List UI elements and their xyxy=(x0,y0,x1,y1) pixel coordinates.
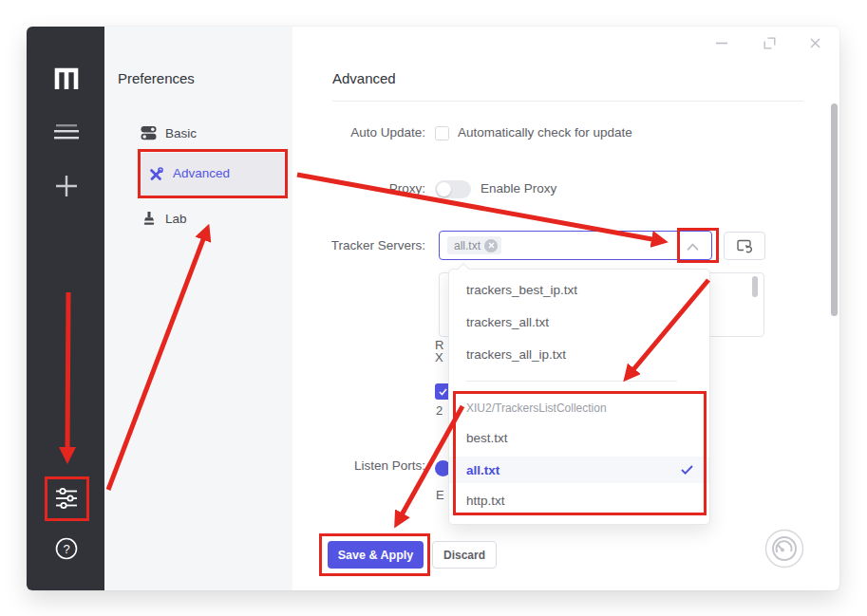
title-divider xyxy=(332,101,803,102)
page-title: Advanced xyxy=(332,70,396,86)
dropdown-option[interactable]: trackers_all.txt xyxy=(466,315,549,329)
auto-update-label: Auto Update: xyxy=(292,125,425,140)
speed-limit-gauge-button[interactable] xyxy=(763,527,806,570)
close-icon xyxy=(810,38,820,48)
save-apply-button[interactable]: Save & Apply xyxy=(328,541,424,569)
tag-label: all.txt xyxy=(454,239,481,252)
save-apply-label: Save & Apply xyxy=(338,549,413,562)
sidebar-item-advanced[interactable]: Advanced xyxy=(139,153,287,196)
tracker-servers-label: Tracker Servers: xyxy=(292,238,425,252)
minimize-icon xyxy=(716,42,727,45)
proxy-label: Proxy: xyxy=(292,181,425,196)
preferences-title: Preferences xyxy=(118,70,195,86)
auto-update-checkbox-label[interactable]: Automatically check for update xyxy=(458,125,632,140)
occluded-text-fragment: 2 xyxy=(436,404,443,417)
svg-text:?: ? xyxy=(63,542,69,556)
check-icon xyxy=(681,465,693,475)
stamp-icon xyxy=(142,211,156,226)
preferences-panel: Preferences Basic Advanced Lab xyxy=(104,27,292,590)
app-window: ? Preferences Basic Advanced xyxy=(27,27,839,590)
tracker-select-dropdown: trackers_best_ip.txt trackers_all.txt tr… xyxy=(448,269,710,525)
dropdown-option[interactable]: trackers_best_ip.txt xyxy=(466,283,577,297)
toggle-knob xyxy=(437,182,451,196)
restore-icon xyxy=(763,37,776,49)
selected-tracker-tag[interactable]: all.txt xyxy=(447,236,501,254)
dropdown-caret xyxy=(457,262,470,275)
discard-label: Discard xyxy=(443,549,485,562)
selected-option-label: all.txt xyxy=(466,463,499,477)
occluded-text-fragment: E xyxy=(436,489,444,501)
occluded-text-fragment: R X xyxy=(435,339,443,364)
dropdown-option-selected[interactable]: all.txt xyxy=(449,457,709,483)
sidebar-item-basic[interactable]: Basic xyxy=(141,121,283,148)
sync-tracker-icon xyxy=(736,239,753,253)
toggles-icon xyxy=(141,125,157,140)
tools-icon xyxy=(148,167,163,182)
maximize-button[interactable] xyxy=(758,31,781,54)
dropdown-option[interactable]: best.txt xyxy=(466,431,508,445)
close-button[interactable] xyxy=(803,31,826,54)
discard-button[interactable]: Discard xyxy=(432,541,497,569)
app-sidebar: ? xyxy=(27,27,104,590)
auto-update-checkbox[interactable] xyxy=(435,126,449,140)
tag-close-icon[interactable] xyxy=(484,239,498,252)
proxy-toggle[interactable] xyxy=(435,180,471,198)
question-circle-icon[interactable]: ? xyxy=(54,536,79,561)
main-scrollbar-thumb[interactable] xyxy=(831,103,838,316)
listen-ports-label: Listen Ports: xyxy=(292,458,425,473)
tune-sliders-icon[interactable] xyxy=(55,487,78,510)
sidebar-item-lab[interactable]: Lab xyxy=(142,209,285,235)
task-list-icon[interactable] xyxy=(54,123,79,140)
sync-trackers-button[interactable] xyxy=(724,232,765,260)
dropdown-option[interactable]: http.txt xyxy=(466,494,505,508)
sidebar-item-label: Lab xyxy=(165,212,187,226)
minimize-button[interactable] xyxy=(710,31,733,54)
main-content: Advanced Auto Update: Automatically chec… xyxy=(292,27,839,590)
sidebar-item-label: Advanced xyxy=(173,166,230,180)
chevron-up-icon[interactable] xyxy=(687,243,699,251)
dropdown-option[interactable]: trackers_all_ip.txt xyxy=(466,347,566,362)
proxy-toggle-label: Enable Proxy xyxy=(481,181,556,196)
plus-icon[interactable] xyxy=(54,174,79,198)
dropdown-group-label: XIU2/TrackersListCollection xyxy=(466,401,607,415)
sidebar-item-label: Basic xyxy=(165,126,197,140)
motrix-logo-icon xyxy=(53,66,80,90)
textarea-scrollbar-thumb[interactable] xyxy=(752,276,758,297)
tracker-servers-select[interactable]: all.txt xyxy=(439,231,712,260)
dropdown-group-divider xyxy=(466,381,677,382)
